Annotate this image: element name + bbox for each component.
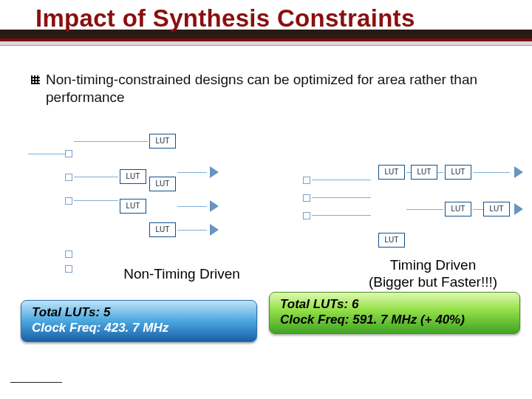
lut-box: LUT — [149, 222, 176, 237]
pin — [65, 250, 72, 258]
wire — [312, 197, 371, 198]
pin — [303, 177, 310, 184]
title-band: Impact of Synthesis Constraints — [0, 0, 532, 46]
pin — [65, 197, 72, 205]
buffer-icon — [210, 166, 219, 178]
lut-box: LUT — [445, 165, 471, 180]
bullet-row: Non-timing-constrained designs can be op… — [31, 71, 511, 107]
stat-luts: Total LUTs: 5 — [32, 305, 246, 321]
lut-box: LUT — [149, 134, 176, 149]
pin — [303, 194, 310, 202]
lut-box: LUT — [378, 165, 405, 180]
stat-freq: Clock Freq: 591. 7 MHz (+ 40%) — [280, 313, 509, 328]
lut-box: LUT — [378, 233, 405, 248]
bullet-text: Non-timing-constrained designs can be op… — [46, 71, 511, 107]
caption-timing: Timing Driven (Bigger but Faster!!!) — [337, 257, 529, 291]
caption-non-timing: Non-Timing Driven — [86, 266, 278, 282]
wire — [406, 209, 443, 210]
wire — [177, 206, 207, 207]
wire — [74, 141, 148, 142]
stats-timing: Total LUTs: 6 Clock Freq: 591. 7 MHz (+ … — [269, 292, 520, 334]
lut-box: LUT — [445, 202, 471, 216]
lut-box: LUT — [483, 202, 510, 216]
stats-non-timing: Total LUTs: 5 Clock Freq: 423. 7 MHz — [21, 300, 257, 342]
wire — [74, 200, 118, 201]
pin — [65, 265, 72, 273]
wire — [177, 230, 207, 231]
wire — [312, 180, 371, 180]
stat-luts: Total LUTs: 6 — [280, 297, 509, 313]
wire — [74, 177, 118, 177]
pin — [303, 212, 310, 219]
buffer-icon — [514, 166, 523, 178]
slide-title: Impact of Synthesis Constraints — [0, 4, 532, 33]
lut-box: LUT — [411, 165, 437, 180]
footer-rule — [10, 382, 62, 383]
lut-box: LUT — [149, 177, 176, 191]
lut-box: LUT — [120, 169, 146, 184]
caption-timing-line1: Timing Driven — [390, 257, 477, 273]
diagram-non-timing: LUT LUT LUT LUT LUT — [22, 120, 273, 276]
caption-timing-line2: (Bigger but Faster!!!) — [369, 274, 497, 290]
buffer-icon — [210, 224, 219, 236]
wire — [312, 215, 371, 216]
wire — [28, 154, 65, 154]
lut-box: LUT — [120, 199, 146, 214]
pin — [65, 150, 72, 157]
diagram-timing: LUT LUT LUT LUT LUT LUT — [273, 123, 532, 279]
buffer-icon — [210, 200, 219, 212]
bullet-icon — [31, 75, 40, 84]
wire — [177, 172, 207, 173]
stat-freq: Clock Freq: 423. 7 MHz — [32, 321, 246, 336]
pin — [65, 174, 72, 181]
buffer-icon — [514, 203, 523, 215]
wire — [473, 172, 510, 173]
body: Non-timing-constrained designs can be op… — [0, 46, 532, 291]
